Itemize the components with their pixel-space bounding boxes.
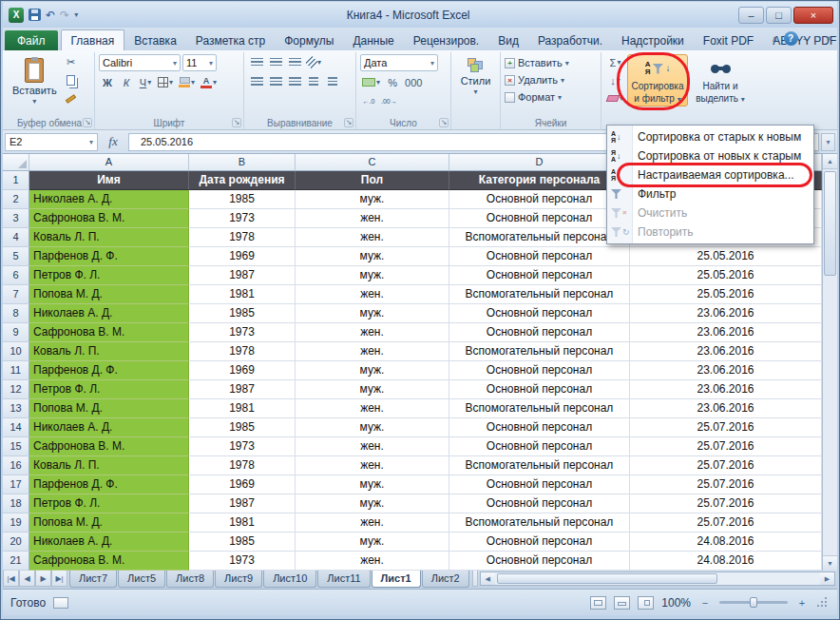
row-number[interactable]: 21 [3,552,29,571]
cell-name[interactable]: Коваль Л. П. [29,228,189,247]
cell-name[interactable]: Попова М. Д. [29,399,189,418]
undo-button[interactable]: ↶ [46,9,55,22]
header-cell-name[interactable]: Имя [29,171,189,190]
cell-date[interactable]: 25.07.2016 [630,437,822,456]
clear-button[interactable]: ▾ [605,90,625,107]
cell-category[interactable]: Основной персонал [449,304,630,323]
cell-name[interactable]: Попова М. Д. [29,285,189,304]
zoom-out-button[interactable]: − [698,596,712,610]
cell-category[interactable]: Основной персонал [449,494,630,513]
cell-gender[interactable]: муж. [296,533,449,552]
cell-category[interactable]: Основной персонал [449,361,630,380]
sheet-tab-list1[interactable]: Лист1 [372,571,421,588]
redo-button[interactable]: ↷ [60,9,69,22]
cell-category[interactable]: Основной персонал [449,323,630,342]
row-number[interactable]: 13 [3,399,29,418]
row-number[interactable]: 14 [3,418,29,437]
cell-gender[interactable]: муж. [296,190,449,209]
menu-item-filter[interactable]: Фильтр [607,184,813,203]
cell-gender[interactable]: муж. [296,266,449,285]
cell-date[interactable]: 23.06.2016 [630,304,822,323]
cell-date[interactable]: 24.08.2016 [630,552,822,571]
cell-category[interactable]: Основной персонал [449,380,630,399]
cell-birth-year[interactable]: 1969 [189,475,296,494]
cell-birth-year[interactable]: 1978 [189,228,296,247]
zoom-level[interactable]: 100% [661,596,691,610]
cell-date[interactable]: 25.05.2016 [630,266,822,285]
row-number[interactable]: 8 [3,304,29,323]
cell-gender[interactable]: жен. [296,552,449,571]
cell-category[interactable]: Вспомогательный персонал [449,399,630,418]
save-icon[interactable] [29,9,41,21]
close-button[interactable]: × [793,7,833,24]
alignment-dialog-launcher[interactable]: ↘ [344,118,353,127]
maximize-button[interactable]: □ [766,7,792,24]
ribbon-tab-formulas[interactable]: Формулы [275,30,343,50]
cell-category[interactable]: Основной персонал [449,266,630,285]
column-header-c[interactable]: C [296,154,449,171]
previous-sheet-button[interactable]: ◀ [19,571,35,587]
scroll-left-icon[interactable]: ◀ [481,572,495,585]
format-cells-button[interactable]: Формат ▾ [505,88,597,106]
ribbon-tab-developer[interactable]: Разработчи. [528,30,612,50]
workbook-minimize-icon[interactable]: – [804,33,810,44]
align-left-button[interactable] [248,73,265,89]
minimize-button[interactable]: – [738,7,764,24]
bold-button[interactable]: Ж [99,74,116,90]
align-top-button[interactable] [248,54,265,70]
cell-date[interactable]: 25.07.2016 [630,456,822,475]
view-page-break-button[interactable] [638,596,654,610]
cell-category[interactable]: Основной персонал [449,247,630,266]
horizontal-scrollbar[interactable]: ◀ ▶ [480,572,835,586]
menu-item-custom-sort[interactable]: АЯ↕ Настраиваемая сортировка... [607,165,813,184]
cell-name[interactable]: Сафронова В. М. [29,209,189,228]
zoom-slider[interactable] [719,601,788,604]
cell-date[interactable]: 23.06.2016 [630,380,822,399]
cell-name[interactable]: Парфенов Д. Ф. [29,475,189,494]
header-cell-birthdate[interactable]: Дата рождения [189,171,296,190]
percent-button[interactable]: % [384,74,401,90]
column-header-d[interactable]: D [449,154,630,171]
first-sheet-button[interactable]: |◀ [3,571,19,587]
select-all-button[interactable] [3,154,29,171]
accounting-format-button[interactable]: ▾ [360,74,382,90]
ribbon-tab-home[interactable]: Главная [61,29,125,50]
zoom-slider-thumb[interactable] [750,597,757,608]
increase-decimal-button[interactable]: ←.0 [360,93,377,109]
decrease-decimal-button[interactable]: .00→ [379,93,399,109]
cell-gender[interactable]: муж. [296,494,449,513]
autosum-button[interactable]: Σ▾ [605,54,625,70]
cell-category[interactable]: Основной персонал [449,475,630,494]
cell-category[interactable]: Вспомогательный персонал [449,513,630,533]
cell-category[interactable]: Вспомогательный персонал [449,342,630,361]
delete-cells-button[interactable]: × Удалить ▾ [505,71,597,88]
cell-birth-year[interactable]: 1969 [189,247,296,266]
cell-category[interactable]: Основной персонал [449,533,630,552]
cell-birth-year[interactable]: 1981 [189,285,296,304]
last-sheet-button[interactable]: ▶| [51,571,67,587]
cell-gender[interactable]: жен. [296,228,449,247]
cell-category[interactable]: Основной персонал [449,437,630,456]
cell-gender[interactable]: жен. [296,209,449,228]
cell-gender[interactable]: муж. [296,380,449,399]
cell-name[interactable]: Сафронова В. М. [29,437,189,456]
cell-birth-year[interactable]: 1987 [189,380,296,399]
cell-category[interactable]: Основной персонал [449,552,630,571]
borders-button[interactable]: ▾ [156,74,175,90]
cell-gender[interactable]: жен. [296,437,449,456]
orientation-button[interactable]: ▾ [305,54,323,70]
next-sheet-button[interactable]: ▶ [35,571,51,587]
row-number[interactable]: 11 [3,361,29,380]
cell-gender[interactable]: муж. [296,418,449,437]
insert-function-button[interactable]: fx [100,133,126,151]
menu-item-sort-newest-to-oldest[interactable]: ЯА↓ Сортировка от новых к старым [607,146,813,165]
cell-category[interactable]: Основной персонал [449,209,630,228]
column-header-b[interactable]: B [189,154,296,171]
cell-birth-year[interactable]: 1973 [189,209,296,228]
row-number[interactable]: 10 [3,342,29,361]
cell-date[interactable]: 23.06.2016 [630,399,822,418]
fill-color-button[interactable]: ▾ [177,74,197,90]
row-number[interactable]: 5 [3,247,29,266]
underline-button[interactable]: Ч▾ [137,74,154,90]
sheet-tab-list5[interactable]: Лист5 [118,571,165,588]
